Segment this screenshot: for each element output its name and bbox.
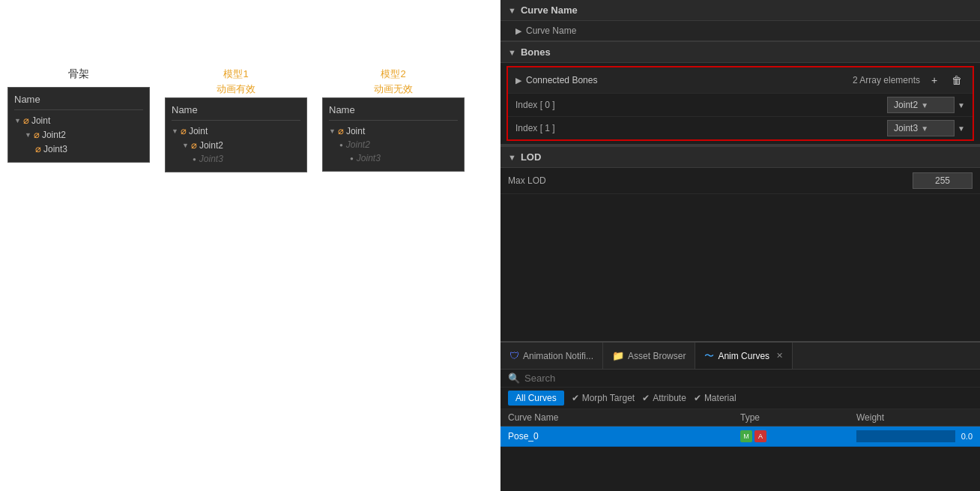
arrow-m1-1: ▼ bbox=[172, 127, 178, 135]
tree-node-m2-joint: ▼ ⌀ Joint bbox=[329, 124, 458, 138]
arrow-down-icon2: ▼ bbox=[25, 131, 31, 139]
bone-icon2: ⌀ bbox=[34, 129, 40, 140]
th-weight: Weight bbox=[856, 412, 973, 423]
th-type: Type bbox=[740, 412, 856, 423]
index-0-dropdown[interactable]: Joint2 ▼ bbox=[887, 97, 955, 113]
tree-col-name-m1: Name bbox=[172, 104, 300, 121]
tree-node-m1-joint: ▼ ⌀ Joint bbox=[172, 124, 300, 138]
model2-panel: 模型2 动画无效 Name ▼ ⌀ Joint ● Joint2 ● Joint… bbox=[322, 67, 465, 172]
model1-box: Name ▼ ⌀ Joint ▼ ⌀ Joint2 ● Joint3 bbox=[165, 97, 307, 172]
index-1-label: Index [ 1 ] bbox=[515, 123, 887, 133]
dot-m2-2: ● bbox=[339, 142, 343, 148]
morph-type-icon: M bbox=[740, 430, 752, 442]
material-label: Material bbox=[704, 393, 736, 403]
expand-arrow-1[interactable]: ▼ bbox=[958, 124, 965, 133]
tab-animation-notif[interactable]: 🛡 Animation Notifi... bbox=[500, 343, 603, 369]
skeleton-panel: 骨架 Name ▼ ⌀ Joint ▼ ⌀ Joint2 ⌀ Joint3 bbox=[7, 67, 150, 172]
index-1-dropdown[interactable]: Joint3 ▼ bbox=[887, 120, 955, 136]
expand-arrow-0[interactable]: ▼ bbox=[958, 101, 965, 109]
bone-m1-2: ⌀ bbox=[191, 139, 197, 151]
bones-section-header[interactable]: ▼ Bones bbox=[500, 41, 980, 63]
td-type: M A bbox=[740, 430, 856, 442]
model1-subtitle: 动画有效 bbox=[217, 82, 255, 96]
curve-name-sub-label: Curve Name bbox=[526, 25, 676, 36]
dropdown-arrow-1: ▼ bbox=[921, 124, 928, 133]
morph-check-icon: ✔ bbox=[572, 393, 579, 403]
attribute-filter[interactable]: ✔ Attribute bbox=[642, 393, 686, 403]
model2-title: 模型2 bbox=[381, 67, 405, 81]
tree-col-name: Name bbox=[14, 94, 143, 110]
arrow-m1-2: ▼ bbox=[182, 142, 189, 149]
connected-bones-title: ▶ Connected Bones bbox=[515, 75, 597, 85]
add-element-button[interactable]: + bbox=[926, 72, 943, 88]
search-input[interactable] bbox=[524, 373, 973, 384]
lod-arrow-icon: ▼ bbox=[508, 153, 516, 162]
arrow-down-icon: ▼ bbox=[14, 117, 21, 124]
max-lod-row: Max LOD 255 bbox=[500, 168, 980, 194]
td-curve-name: Pose_0 bbox=[508, 431, 740, 442]
model1-panel: 模型1 动画有效 Name ▼ ⌀ Joint ▼ ⌀ Joint2 ● Joi… bbox=[165, 67, 307, 172]
max-lod-value[interactable]: 255 bbox=[913, 172, 973, 189]
asset-icon: 📁 bbox=[612, 350, 624, 361]
index-0-dropdown-container: Joint2 ▼ ▼ bbox=[887, 97, 965, 113]
model2-subtitle: 动画无效 bbox=[374, 82, 413, 96]
tree-node-m2-joint3: ● Joint3 bbox=[329, 151, 458, 165]
bottom-section: 🛡 Animation Notifi... 📁 Asset Browser 〜 … bbox=[500, 341, 980, 491]
bone-icon: ⌀ bbox=[23, 115, 29, 126]
left-panel: 骨架 Name ▼ ⌀ Joint ▼ ⌀ Joint2 ⌀ Joint3 bbox=[0, 0, 500, 491]
tree-node-joint2: ▼ ⌀ Joint2 bbox=[14, 127, 143, 142]
anim-icon: 〜 bbox=[704, 349, 714, 363]
curve-name-subsection[interactable]: ▶ Curve Name bbox=[500, 21, 980, 41]
tab-bar: 🛡 Animation Notifi... 📁 Asset Browser 〜 … bbox=[500, 343, 980, 370]
model2-box: Name ▼ ⌀ Joint ● Joint2 ● Joint3 bbox=[322, 97, 465, 172]
morph-target-filter[interactable]: ✔ Morph Target bbox=[572, 393, 635, 403]
bones-arrow-icon: ▼ bbox=[508, 48, 516, 57]
bone-m2-1: ⌀ bbox=[338, 125, 344, 136]
connected-bones-arrow: ▶ bbox=[515, 76, 521, 85]
index-0-value: Joint2 bbox=[894, 100, 918, 110]
tree-node-joint: ▼ ⌀ Joint bbox=[14, 113, 143, 127]
bones-section-title: Bones bbox=[521, 46, 551, 58]
material-check-icon: ✔ bbox=[694, 393, 701, 403]
bone-icon3: ⌀ bbox=[35, 143, 41, 154]
notification-icon: 🛡 bbox=[509, 350, 519, 361]
all-curves-button[interactable]: All Curves bbox=[508, 391, 564, 406]
bone-m1-1: ⌀ bbox=[181, 125, 187, 136]
morph-target-label: Morph Target bbox=[582, 393, 635, 403]
search-bar: 🔍 bbox=[500, 370, 980, 388]
index-1-value: Joint3 bbox=[894, 123, 918, 133]
connected-bones-label: Connected Bones bbox=[526, 75, 597, 85]
dot-m1-3: ● bbox=[193, 156, 196, 163]
lod-section-header[interactable]: ▼ LOD bbox=[500, 144, 980, 168]
max-lod-label: Max LOD bbox=[508, 175, 658, 186]
material-filter[interactable]: ✔ Material bbox=[694, 393, 736, 403]
connected-bones-controls: 2 Array elements + 🗑 bbox=[853, 72, 965, 88]
tree-node-joint3: ⌀ Joint3 bbox=[14, 142, 143, 156]
skeleton-trees: 骨架 Name ▼ ⌀ Joint ▼ ⌀ Joint2 ⌀ Joint3 bbox=[7, 67, 465, 172]
tree-node-m1-joint2: ▼ ⌀ Joint2 bbox=[172, 138, 300, 152]
model1-title: 模型1 bbox=[223, 67, 248, 81]
delete-element-button[interactable]: 🗑 bbox=[949, 72, 965, 88]
index-1-dropdown-container: Joint3 ▼ ▼ bbox=[887, 120, 965, 136]
curve-name-section-title: Curve Name bbox=[521, 4, 578, 16]
tree-node-m1-joint3: ● Joint3 bbox=[172, 152, 300, 166]
connected-bones-container: ▶ Connected Bones 2 Array elements + 🗑 I… bbox=[506, 66, 974, 141]
tab-anim-curves[interactable]: 〜 Anim Curves ✕ bbox=[695, 343, 793, 369]
array-count: 2 Array elements bbox=[853, 75, 920, 85]
filter-bar: All Curves ✔ Morph Target ✔ Attribute ✔ … bbox=[500, 388, 980, 409]
table-row-pose0[interactable]: Pose_0 M A 0.0 bbox=[500, 427, 980, 447]
tab-asset-browser[interactable]: 📁 Asset Browser bbox=[603, 343, 695, 369]
lod-section-title: LOD bbox=[521, 151, 541, 163]
tree-col-name-m2: Name bbox=[329, 104, 458, 121]
curve-name-section-header[interactable]: ▼ Curve Name bbox=[500, 0, 980, 21]
tab-anim-curves-label: Anim Curves bbox=[718, 351, 769, 361]
index-1-row: Index [ 1 ] Joint3 ▼ ▼ bbox=[508, 116, 973, 139]
attribute-type-icon: A bbox=[754, 430, 766, 442]
index-0-label: Index [ 0 ] bbox=[515, 100, 887, 110]
dot-m2-3: ● bbox=[350, 155, 354, 162]
subsection-arrow-icon: ▶ bbox=[515, 26, 521, 36]
connected-bones-header: ▶ Connected Bones 2 Array elements + 🗑 bbox=[508, 67, 973, 93]
tree-node-m2-joint2: ● Joint2 bbox=[329, 138, 458, 151]
dropdown-arrow-0: ▼ bbox=[921, 101, 928, 109]
tab-close-icon[interactable]: ✕ bbox=[776, 351, 783, 361]
